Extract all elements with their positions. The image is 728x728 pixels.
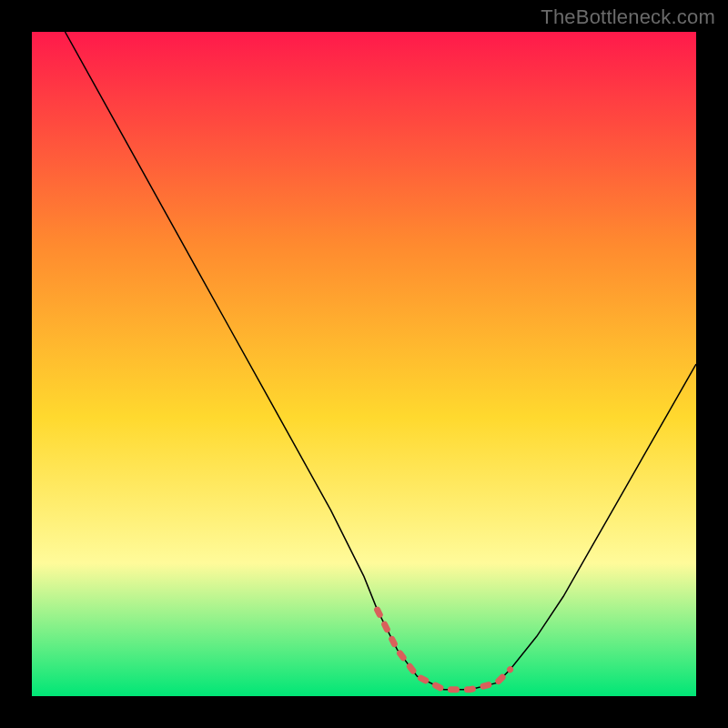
watermark-text: TheBottleneck.com [541, 5, 715, 29]
gradient-background [32, 32, 696, 696]
chart-svg [32, 32, 696, 696]
bottleneck-chart [32, 32, 696, 696]
